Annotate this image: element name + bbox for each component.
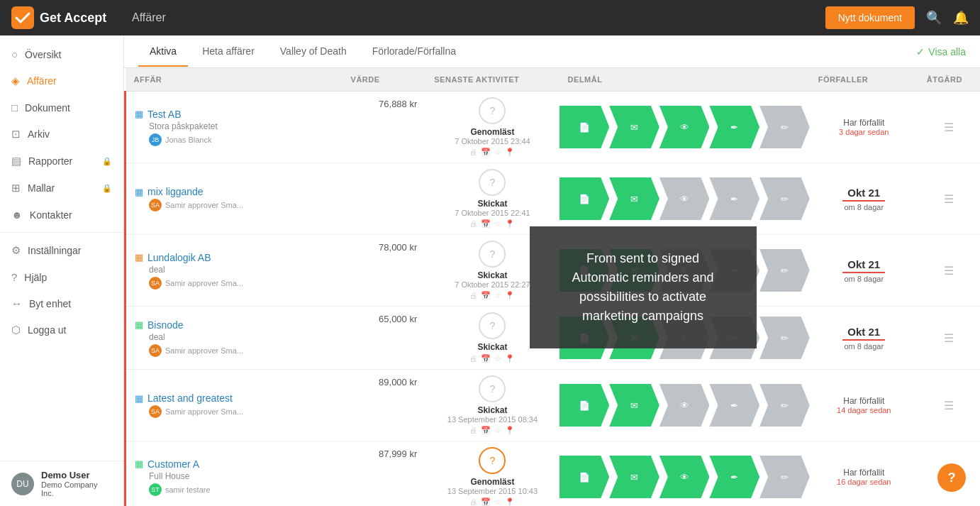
cell-activity: ? Skickat 13 September 2015 08:34 🖨 📅 ☆ … bbox=[425, 370, 559, 441]
logo-icon bbox=[11, 6, 34, 29]
cell-varde: 76,888 kr bbox=[343, 92, 426, 163]
sidebar-item-hjalp[interactable]: ? Hjälp bbox=[0, 264, 123, 290]
row-menu-icon[interactable]: ☰ bbox=[944, 193, 954, 205]
sidebar-label-oversikt: Översikt bbox=[25, 49, 61, 60]
sidebar-item-dokument[interactable]: □ Dokument bbox=[0, 94, 123, 121]
deal-user: SA Samir approver Sma... bbox=[135, 199, 334, 211]
activity-circle-icon: ? bbox=[490, 177, 496, 188]
delmaal-arrow-0: 📄 bbox=[559, 106, 610, 148]
col-header-forfaller: FÖRFALLER bbox=[810, 68, 918, 92]
forfaller-date: Okt 21 bbox=[814, 326, 914, 338]
forfaller-overdue: Har förfallit bbox=[814, 118, 914, 128]
delmaal-arrows: 📄✉👁✒✏ bbox=[559, 106, 810, 148]
sidebar-item-oversikt[interactable]: ○ Översikt bbox=[0, 41, 123, 67]
activity-date: 7 Oktober 2015 22:27 bbox=[428, 280, 556, 289]
delmaal-arrows: 📄✉👁✒✏ bbox=[559, 384, 810, 427]
sidebar-bottom: DU Demo User Demo Company Inc. bbox=[0, 461, 123, 506]
delmaal-arrow-1: ✉ bbox=[609, 177, 659, 220]
print-icon: 🖨 bbox=[469, 426, 477, 435]
cell-affar: ▦ Latest and greatest SA Samir approver … bbox=[126, 370, 343, 441]
delmaal-arrow-4: ✏ bbox=[759, 177, 810, 220]
delmaal-arrow-0: 📄 bbox=[559, 317, 610, 359]
sidebar-item-installningar[interactable]: ⚙ Inställningar bbox=[0, 237, 123, 264]
visa-alla-button[interactable]: ✓ Visa alla bbox=[916, 46, 966, 57]
switch-icon: ↔ bbox=[11, 297, 22, 309]
tab-aktiva[interactable]: Aktiva bbox=[138, 37, 188, 67]
cell-atgard: ☰ bbox=[918, 307, 980, 370]
row-menu-icon[interactable]: ☰ bbox=[944, 265, 954, 277]
activity-circle-icon: ? bbox=[490, 105, 496, 116]
activity-circle-icon: ? bbox=[490, 455, 496, 466]
cell-forfaller: Okt 21 om 8 dagar bbox=[810, 307, 918, 370]
sidebar-label-hjalp: Hjälp bbox=[24, 272, 47, 283]
sidebar-item-affarer[interactable]: ◈ Affärer bbox=[0, 67, 123, 94]
sidebar-item-kontakter[interactable]: ☻ Kontakter bbox=[0, 202, 123, 228]
sidebar-item-rapporter[interactable]: ▤ Rapporter 🔒 bbox=[0, 148, 123, 175]
home-icon: ○ bbox=[11, 48, 18, 60]
cell-delmaal: 📄✉👁✒✏ bbox=[559, 307, 810, 370]
sidebar-label-rapporter: Rapporter bbox=[28, 155, 72, 167]
svg-rect-0 bbox=[11, 6, 34, 29]
sidebar-item-byt-enhet[interactable]: ↔ Byt enhet bbox=[0, 290, 123, 317]
deal-name[interactable]: ▦ Lundalogik AB bbox=[135, 252, 334, 263]
forfaller-overdue: Har förfallit bbox=[814, 396, 914, 406]
archive-icon: ⊡ bbox=[11, 128, 21, 141]
sidebar-item-arkiv[interactable]: ⊡ Arkiv bbox=[0, 121, 123, 148]
deal-sub: Stora påskpaketet bbox=[135, 121, 334, 131]
document-icon: □ bbox=[11, 101, 18, 114]
deal-name[interactable]: ▦ mix liggande bbox=[135, 186, 334, 197]
activity-small-icons: 🖨 📅 ☆ 📍 bbox=[428, 291, 556, 300]
activity-small-icons: 🖨 📅 ☆ 📍 bbox=[428, 148, 556, 157]
deal-name[interactable]: ▦ Customer A bbox=[135, 458, 334, 470]
col-header-atgard: ÅTGÄRD bbox=[918, 68, 980, 92]
deal-name-text: Latest and greatest bbox=[147, 392, 233, 404]
row-menu-icon[interactable]: ☰ bbox=[944, 332, 954, 344]
help-fab-button[interactable]: ? bbox=[937, 463, 966, 492]
sidebar-item-logga-ut[interactable]: ⬡ Logga ut bbox=[0, 317, 123, 343]
activity-status: Skickat bbox=[428, 270, 556, 280]
col-header-delmaal: DELMÅL bbox=[559, 68, 810, 92]
table-row: ▦ Test AB Stora påskpaketet JB Jonas Bla… bbox=[126, 92, 981, 163]
deal-name[interactable]: ▦ Bisnode bbox=[135, 319, 334, 331]
tab-valley[interactable]: Valley of Death bbox=[269, 37, 358, 67]
print-icon: 🖨 bbox=[469, 148, 477, 157]
activity-small-icons: 🖨 📅 ☆ 📍 bbox=[428, 497, 556, 506]
cell-affar: ▦ Lundalogik AB deal SA Samir approver S… bbox=[126, 235, 343, 307]
user-mini-avatar: SA bbox=[149, 405, 162, 418]
sidebar-item-mallar[interactable]: ⊞ Mallar 🔒 bbox=[0, 175, 123, 202]
row-menu-icon[interactable]: ☰ bbox=[944, 121, 954, 133]
delmaal-arrows: 📄✉👁✒✏ bbox=[559, 456, 810, 498]
delmaal-arrow-2: 👁 bbox=[659, 106, 710, 148]
cell-varde bbox=[343, 163, 426, 235]
deal-name[interactable]: ▦ Latest and greatest bbox=[135, 392, 334, 404]
table-wrapper: AFFÄR VÄRDE SENASTE AKTIVITET DELMÅL FÖR… bbox=[124, 68, 980, 506]
notification-icon[interactable]: 🔔 bbox=[953, 10, 969, 26]
table-header-row: AFFÄR VÄRDE SENASTE AKTIVITET DELMÅL FÖR… bbox=[126, 68, 981, 92]
calendar-icon: 📅 bbox=[481, 291, 491, 300]
cell-delmaal: 📄✉👁✒✏ bbox=[559, 441, 810, 507]
search-icon[interactable]: 🔍 bbox=[926, 10, 942, 26]
calendar-icon: 📅 bbox=[481, 354, 491, 363]
tab-heta[interactable]: Heta affärer bbox=[191, 37, 266, 67]
table-container[interactable]: AFFÄR VÄRDE SENASTE AKTIVITET DELMÅL FÖR… bbox=[124, 68, 980, 506]
location-icon: 📍 bbox=[505, 148, 515, 157]
deal-name[interactable]: ▦ Test AB bbox=[135, 109, 334, 120]
logo-area: Get Accept bbox=[11, 6, 125, 29]
activity-circle: ? bbox=[479, 241, 506, 268]
new-document-button[interactable]: Nytt dokument bbox=[825, 6, 915, 29]
sidebar-label-mallar: Mallar bbox=[28, 182, 55, 194]
cell-activity: ? Genomläst 13 September 2015 10:43 🖨 📅 … bbox=[425, 441, 559, 507]
row-menu-icon[interactable]: ☰ bbox=[944, 400, 954, 412]
delmaal-arrow-2: 👁 bbox=[659, 177, 710, 220]
calendar-icon: 📅 bbox=[481, 426, 491, 435]
delmaal-arrows: 📄✉👁✒✏ bbox=[559, 249, 810, 292]
user-mini-avatar: SA bbox=[149, 277, 162, 290]
sidebar-label-kontakter: Kontakter bbox=[30, 209, 72, 221]
cell-atgard: ☰ bbox=[918, 163, 980, 235]
delmaal-arrow-4: ✏ bbox=[759, 456, 810, 498]
activity-small-icons: 🖨 📅 ☆ 📍 bbox=[428, 354, 556, 363]
tab-forlorade[interactable]: Förlorade/Förfallna bbox=[361, 37, 467, 67]
cell-activity: ? Skickat 🖨 📅 ☆ 📍 bbox=[425, 307, 559, 370]
activity-circle: ? bbox=[479, 375, 506, 402]
forfaller-underline bbox=[842, 272, 885, 273]
